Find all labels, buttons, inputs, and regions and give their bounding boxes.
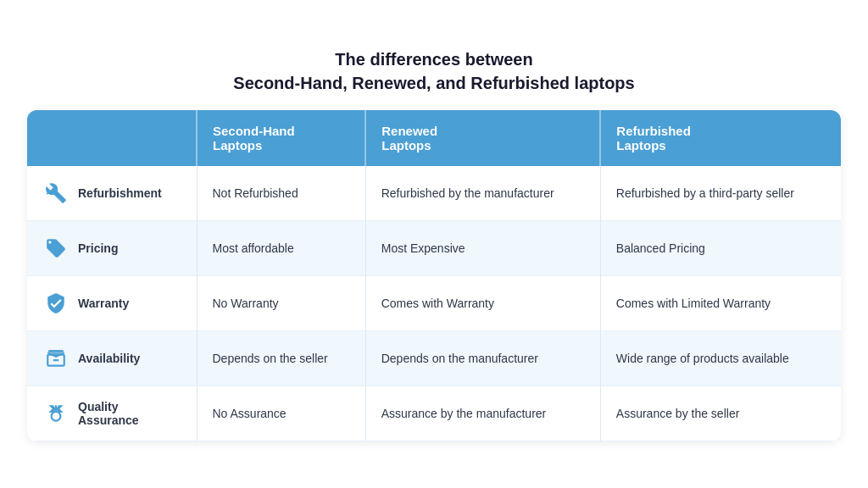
- cell-warranty-col1: No Warranty: [197, 275, 365, 330]
- cell-availability-col3: Wide range of products available: [600, 330, 841, 385]
- row-label-text: Warranty: [78, 297, 129, 310]
- cell-quality-col1: No Assurance: [197, 385, 365, 441]
- cell-pricing-col1: Most affordable: [197, 220, 365, 275]
- row-label-text: Refurbishment: [78, 186, 162, 200]
- header-col3: RefurbishedLaptops: [600, 110, 841, 166]
- cell-warranty-col3: Comes with Limited Warranty: [600, 275, 841, 330]
- cell-availability-col2: Depends on the manufacturer: [365, 330, 600, 385]
- row-label-refurbishment: Refurbishment: [27, 166, 197, 221]
- cell-refurbishment-col2: Refurbished by the manufacturer: [365, 166, 600, 221]
- cell-pricing-col3: Balanced Pricing: [600, 220, 841, 275]
- row-label-pricing: Pricing: [27, 220, 197, 275]
- cell-availability-col1: Depends on the seller: [197, 330, 365, 385]
- table-row: WarrantyNo WarrantyComes with WarrantyCo…: [27, 275, 841, 330]
- header-col2: RenewedLaptops: [365, 110, 600, 166]
- table-row: AvailabilityDepends on the sellerDepends…: [27, 330, 841, 385]
- row-label-text: Quality Assurance: [78, 400, 181, 427]
- tools-icon: [42, 180, 70, 207]
- row-label-availability: Availability: [27, 330, 197, 385]
- table-header-row: Second-HandLaptops RenewedLaptops Refurb…: [27, 110, 841, 166]
- row-label-warranty: Warranty: [27, 275, 197, 330]
- row-label-text: Availability: [78, 352, 140, 365]
- row-label-text: Pricing: [78, 241, 118, 255]
- cell-refurbishment-col1: Not Refurbished: [197, 166, 365, 221]
- table-row: PricingMost affordableMost ExpensiveBala…: [27, 220, 841, 275]
- row-label-quality: Quality Assurance: [27, 385, 197, 441]
- main-title: The differences between Second-Hand, Ren…: [27, 47, 841, 95]
- cell-quality-col2: Assurance by the manufacturer: [365, 385, 600, 441]
- cell-refurbishment-col3: Refurbished by a third-party seller: [600, 166, 841, 221]
- table-row: Quality AssuranceNo AssuranceAssurance b…: [27, 385, 841, 441]
- tag-icon: [42, 235, 70, 262]
- header-col1: Second-HandLaptops: [197, 110, 365, 166]
- cell-pricing-col2: Most Expensive: [365, 220, 600, 275]
- table-row: RefurbishmentNot RefurbishedRefurbished …: [27, 166, 841, 221]
- header-label-col: [27, 110, 197, 166]
- page-container: The differences between Second-Hand, Ren…: [27, 47, 841, 441]
- medal-icon: [42, 400, 70, 427]
- shield-icon: [42, 290, 70, 317]
- comparison-table: Second-HandLaptops RenewedLaptops Refurb…: [27, 110, 841, 441]
- cell-quality-col3: Assurance by the seller: [600, 385, 841, 441]
- cell-warranty-col2: Comes with Warranty: [365, 275, 600, 330]
- box-icon: [42, 345, 70, 372]
